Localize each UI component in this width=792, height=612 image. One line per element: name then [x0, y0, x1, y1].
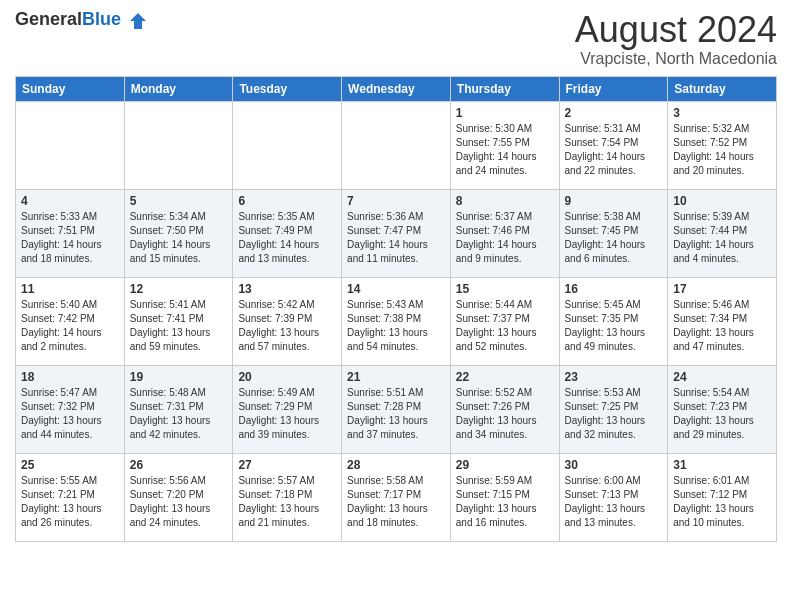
calendar-cell: 11Sunrise: 5:40 AM Sunset: 7:42 PM Dayli…: [16, 277, 125, 365]
day-info: Sunrise: 5:48 AM Sunset: 7:31 PM Dayligh…: [130, 386, 228, 442]
day-info: Sunrise: 5:31 AM Sunset: 7:54 PM Dayligh…: [565, 122, 663, 178]
calendar-week-row: 18Sunrise: 5:47 AM Sunset: 7:32 PM Dayli…: [16, 365, 777, 453]
calendar-page: GeneralBlue August 2024 Vrapciste, North…: [0, 0, 792, 612]
day-number: 14: [347, 282, 445, 296]
calendar-cell: 22Sunrise: 5:52 AM Sunset: 7:26 PM Dayli…: [450, 365, 559, 453]
day-number: 8: [456, 194, 554, 208]
day-info: Sunrise: 5:36 AM Sunset: 7:47 PM Dayligh…: [347, 210, 445, 266]
day-number: 30: [565, 458, 663, 472]
weekday-header-sunday: Sunday: [16, 76, 125, 101]
calendar-cell: 1Sunrise: 5:30 AM Sunset: 7:55 PM Daylig…: [450, 101, 559, 189]
day-number: 4: [21, 194, 119, 208]
svg-marker-0: [130, 13, 146, 29]
calendar-cell: 21Sunrise: 5:51 AM Sunset: 7:28 PM Dayli…: [342, 365, 451, 453]
day-info: Sunrise: 5:32 AM Sunset: 7:52 PM Dayligh…: [673, 122, 771, 178]
day-info: Sunrise: 5:39 AM Sunset: 7:44 PM Dayligh…: [673, 210, 771, 266]
calendar-cell: 30Sunrise: 6:00 AM Sunset: 7:13 PM Dayli…: [559, 453, 668, 541]
day-info: Sunrise: 5:30 AM Sunset: 7:55 PM Dayligh…: [456, 122, 554, 178]
calendar-cell: 25Sunrise: 5:55 AM Sunset: 7:21 PM Dayli…: [16, 453, 125, 541]
calendar-week-row: 4Sunrise: 5:33 AM Sunset: 7:51 PM Daylig…: [16, 189, 777, 277]
day-info: Sunrise: 5:54 AM Sunset: 7:23 PM Dayligh…: [673, 386, 771, 442]
day-number: 1: [456, 106, 554, 120]
calendar-cell: 8Sunrise: 5:37 AM Sunset: 7:46 PM Daylig…: [450, 189, 559, 277]
day-info: Sunrise: 5:40 AM Sunset: 7:42 PM Dayligh…: [21, 298, 119, 354]
day-number: 10: [673, 194, 771, 208]
calendar-cell: 13Sunrise: 5:42 AM Sunset: 7:39 PM Dayli…: [233, 277, 342, 365]
day-info: Sunrise: 5:44 AM Sunset: 7:37 PM Dayligh…: [456, 298, 554, 354]
day-number: 6: [238, 194, 336, 208]
calendar-cell: 3Sunrise: 5:32 AM Sunset: 7:52 PM Daylig…: [668, 101, 777, 189]
day-info: Sunrise: 5:53 AM Sunset: 7:25 PM Dayligh…: [565, 386, 663, 442]
day-info: Sunrise: 5:52 AM Sunset: 7:26 PM Dayligh…: [456, 386, 554, 442]
day-info: Sunrise: 5:58 AM Sunset: 7:17 PM Dayligh…: [347, 474, 445, 530]
weekday-header-tuesday: Tuesday: [233, 76, 342, 101]
weekday-header-friday: Friday: [559, 76, 668, 101]
day-number: 13: [238, 282, 336, 296]
logo-blue-text: Blue: [82, 9, 121, 29]
calendar-cell: 28Sunrise: 5:58 AM Sunset: 7:17 PM Dayli…: [342, 453, 451, 541]
calendar-cell: 26Sunrise: 5:56 AM Sunset: 7:20 PM Dayli…: [124, 453, 233, 541]
day-number: 24: [673, 370, 771, 384]
title-area: August 2024 Vrapciste, North Macedonia: [575, 10, 777, 68]
calendar-cell: 17Sunrise: 5:46 AM Sunset: 7:34 PM Dayli…: [668, 277, 777, 365]
logo-general-text: General: [15, 9, 82, 29]
day-info: Sunrise: 5:38 AM Sunset: 7:45 PM Dayligh…: [565, 210, 663, 266]
weekday-header-thursday: Thursday: [450, 76, 559, 101]
calendar-cell: [16, 101, 125, 189]
day-number: 21: [347, 370, 445, 384]
day-info: Sunrise: 5:49 AM Sunset: 7:29 PM Dayligh…: [238, 386, 336, 442]
calendar-cell: 18Sunrise: 5:47 AM Sunset: 7:32 PM Dayli…: [16, 365, 125, 453]
calendar-cell: 9Sunrise: 5:38 AM Sunset: 7:45 PM Daylig…: [559, 189, 668, 277]
day-number: 19: [130, 370, 228, 384]
day-number: 7: [347, 194, 445, 208]
weekday-header-saturday: Saturday: [668, 76, 777, 101]
day-number: 22: [456, 370, 554, 384]
calendar-cell: 6Sunrise: 5:35 AM Sunset: 7:49 PM Daylig…: [233, 189, 342, 277]
calendar-cell: 27Sunrise: 5:57 AM Sunset: 7:18 PM Dayli…: [233, 453, 342, 541]
calendar-cell: 20Sunrise: 5:49 AM Sunset: 7:29 PM Dayli…: [233, 365, 342, 453]
calendar-cell: 12Sunrise: 5:41 AM Sunset: 7:41 PM Dayli…: [124, 277, 233, 365]
day-info: Sunrise: 5:33 AM Sunset: 7:51 PM Dayligh…: [21, 210, 119, 266]
day-info: Sunrise: 5:59 AM Sunset: 7:15 PM Dayligh…: [456, 474, 554, 530]
calendar-cell: 24Sunrise: 5:54 AM Sunset: 7:23 PM Dayli…: [668, 365, 777, 453]
day-info: Sunrise: 5:34 AM Sunset: 7:50 PM Dayligh…: [130, 210, 228, 266]
day-number: 27: [238, 458, 336, 472]
calendar-cell: 16Sunrise: 5:45 AM Sunset: 7:35 PM Dayli…: [559, 277, 668, 365]
calendar-cell: 5Sunrise: 5:34 AM Sunset: 7:50 PM Daylig…: [124, 189, 233, 277]
day-number: 16: [565, 282, 663, 296]
day-number: 5: [130, 194, 228, 208]
day-info: Sunrise: 5:51 AM Sunset: 7:28 PM Dayligh…: [347, 386, 445, 442]
day-number: 25: [21, 458, 119, 472]
day-number: 20: [238, 370, 336, 384]
weekday-header-monday: Monday: [124, 76, 233, 101]
calendar-cell: 15Sunrise: 5:44 AM Sunset: 7:37 PM Dayli…: [450, 277, 559, 365]
calendar-cell: 7Sunrise: 5:36 AM Sunset: 7:47 PM Daylig…: [342, 189, 451, 277]
day-number: 23: [565, 370, 663, 384]
month-title: August 2024: [575, 10, 777, 50]
day-info: Sunrise: 6:01 AM Sunset: 7:12 PM Dayligh…: [673, 474, 771, 530]
day-number: 17: [673, 282, 771, 296]
calendar-week-row: 25Sunrise: 5:55 AM Sunset: 7:21 PM Dayli…: [16, 453, 777, 541]
calendar-cell: [342, 101, 451, 189]
day-info: Sunrise: 5:37 AM Sunset: 7:46 PM Dayligh…: [456, 210, 554, 266]
day-info: Sunrise: 5:41 AM Sunset: 7:41 PM Dayligh…: [130, 298, 228, 354]
header: GeneralBlue August 2024 Vrapciste, North…: [15, 10, 777, 68]
day-info: Sunrise: 5:55 AM Sunset: 7:21 PM Dayligh…: [21, 474, 119, 530]
calendar-cell: 10Sunrise: 5:39 AM Sunset: 7:44 PM Dayli…: [668, 189, 777, 277]
day-number: 9: [565, 194, 663, 208]
day-number: 2: [565, 106, 663, 120]
calendar-cell: 4Sunrise: 5:33 AM Sunset: 7:51 PM Daylig…: [16, 189, 125, 277]
weekday-header-row: SundayMondayTuesdayWednesdayThursdayFrid…: [16, 76, 777, 101]
day-info: Sunrise: 5:56 AM Sunset: 7:20 PM Dayligh…: [130, 474, 228, 530]
day-number: 29: [456, 458, 554, 472]
day-number: 3: [673, 106, 771, 120]
day-number: 11: [21, 282, 119, 296]
day-info: Sunrise: 5:43 AM Sunset: 7:38 PM Dayligh…: [347, 298, 445, 354]
calendar-cell: 14Sunrise: 5:43 AM Sunset: 7:38 PM Dayli…: [342, 277, 451, 365]
calendar-week-row: 1Sunrise: 5:30 AM Sunset: 7:55 PM Daylig…: [16, 101, 777, 189]
calendar-cell: 31Sunrise: 6:01 AM Sunset: 7:12 PM Dayli…: [668, 453, 777, 541]
day-info: Sunrise: 5:42 AM Sunset: 7:39 PM Dayligh…: [238, 298, 336, 354]
day-number: 18: [21, 370, 119, 384]
logo: GeneralBlue: [15, 10, 148, 31]
logo-icon: [128, 11, 148, 31]
